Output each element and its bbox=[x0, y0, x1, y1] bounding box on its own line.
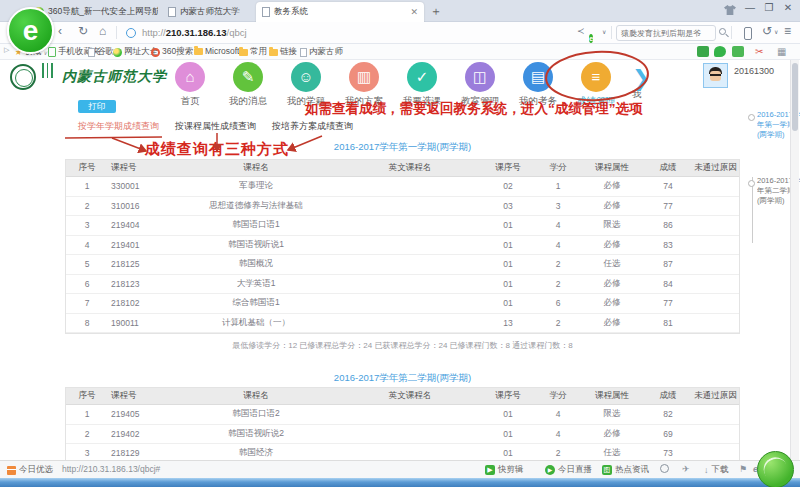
semester2-table: 序号课程号课程名英文课程名课序号学分课程属性成绩未通过原因 1219405韩国语… bbox=[65, 387, 740, 460]
browser-logo-icon[interactable]: e bbox=[589, 27, 593, 45]
table-row: 6218123大学英语1012必修84 bbox=[66, 275, 739, 295]
table-cell: 6 bbox=[536, 298, 580, 308]
tab-by-semester[interactable]: 按学年学期成绩查询 bbox=[78, 120, 159, 133]
bookmark-nmgsf[interactable]: 内蒙古师 bbox=[300, 46, 343, 58]
print-button[interactable]: 打印 bbox=[78, 100, 116, 113]
table-row: 1219405韩国语口语2014限选82 bbox=[66, 405, 739, 425]
table-cell: 必修 bbox=[580, 317, 644, 329]
accelerator-ball[interactable] bbox=[757, 451, 794, 487]
folder-icon bbox=[269, 49, 278, 56]
download-icon: ↓ bbox=[704, 465, 709, 475]
url-protocol: http:// bbox=[142, 27, 166, 38]
carousel-next-icon[interactable]: ❯ bbox=[632, 66, 650, 92]
hot-news-button[interactable]: 图热点资讯 bbox=[602, 464, 649, 476]
address-field[interactable]: http://210.31.186.13/qbcj bbox=[142, 27, 247, 38]
table-cell: 02 bbox=[480, 181, 536, 191]
expand-icon[interactable]: ▷ bbox=[4, 46, 9, 54]
table-cell: 01 bbox=[480, 409, 536, 419]
table-cell: 限选 bbox=[580, 219, 644, 231]
table-cell: 英文课程名 bbox=[340, 162, 480, 174]
table-cell: 学分 bbox=[536, 390, 580, 402]
download-button[interactable]: ↓下载 bbox=[704, 464, 729, 476]
tab-by-plan[interactable]: 按培养方案成绩查询 bbox=[272, 120, 353, 133]
university-name: 内蒙古师范大学 bbox=[62, 68, 167, 86]
bookmark-folder-microsoft[interactable]: Microsoft bbox=[194, 46, 239, 56]
table-cell: 英文课程名 bbox=[340, 390, 480, 402]
home-icon[interactable]: ⌂ bbox=[99, 24, 106, 38]
share-icon[interactable]: ≺ bbox=[577, 26, 585, 36]
table-cell: 韩国语口语2 bbox=[172, 408, 340, 420]
scrollbar-thumb[interactable] bbox=[792, 63, 798, 131]
exam-icon: ▤ bbox=[523, 62, 553, 92]
table-cell: 4 bbox=[536, 220, 580, 230]
add-ext-icon[interactable] bbox=[732, 46, 744, 57]
mongolian-script bbox=[42, 63, 53, 78]
back-icon[interactable]: ‹ bbox=[58, 24, 62, 38]
undo-icon[interactable]: ↺ bbox=[762, 24, 772, 38]
bookmark-google[interactable]: 谷歌 bbox=[88, 46, 114, 58]
table-cell: 计算机基础（一） bbox=[172, 317, 340, 329]
history-icon[interactable] bbox=[660, 464, 669, 473]
close-button[interactable]: ✕ bbox=[780, 2, 796, 13]
chevron-down-icon[interactable]: ∨ bbox=[602, 28, 606, 35]
wallet-ext-icon[interactable] bbox=[697, 46, 709, 57]
table-cell: 218102 bbox=[108, 298, 172, 308]
table-row: 3218129韩国经济012任选73 bbox=[66, 444, 739, 460]
bookmark-360search[interactable]: 360搜索 bbox=[151, 46, 193, 58]
document-icon: ▥ bbox=[349, 62, 379, 92]
minimize-button[interactable]: — bbox=[742, 2, 758, 13]
table-cell: 3 bbox=[66, 448, 108, 458]
table-cell: 序号 bbox=[66, 162, 108, 174]
table-row: 8190011计算机基础（一）132必修81 bbox=[66, 314, 739, 334]
search-icon[interactable] bbox=[719, 28, 726, 35]
daily-picks[interactable]: 今日优选 bbox=[7, 464, 53, 476]
skin-icon[interactable] bbox=[722, 5, 738, 17]
page-scrollbar[interactable] bbox=[790, 60, 799, 460]
browser-tab-jwxt[interactable]: 教务系统 ✕ bbox=[256, 2, 424, 22]
shield-ext-icon[interactable] bbox=[714, 46, 726, 57]
semester1-title: 2016-2017学年第一学期(两学期) bbox=[65, 141, 740, 154]
person-icon: ☺ bbox=[291, 62, 321, 92]
live-button[interactable]: ▶今日直播 bbox=[545, 464, 592, 476]
table-cell: 课程名 bbox=[172, 162, 340, 174]
timeline-dot bbox=[748, 114, 755, 121]
phone-icon bbox=[48, 47, 56, 57]
chevron-down-icon[interactable]: ∨ bbox=[774, 28, 778, 35]
user-id: 20161300 bbox=[734, 66, 774, 76]
flag-icon[interactable]: ⚑ bbox=[739, 464, 747, 474]
screenshot-scissors-icon[interactable]: ✂ bbox=[755, 46, 763, 57]
browser-tab-university[interactable]: 内蒙古师范大学 bbox=[162, 2, 252, 22]
bookmark-folder-changyong[interactable]: 常用 bbox=[239, 46, 267, 58]
nav-messages[interactable]: ✎ 我的消息 bbox=[220, 62, 276, 108]
table-cell: 01 bbox=[480, 279, 536, 289]
avatar[interactable] bbox=[703, 63, 728, 88]
new-tab-button[interactable]: ＋ bbox=[430, 3, 442, 20]
table-row: 7218102综合韩国语1016必修77 bbox=[66, 294, 739, 314]
table-header-row: 序号课程号课程名英文课程名课序号学分课程属性成绩未通过原因 bbox=[66, 388, 739, 405]
quick-clip-button[interactable]: ▶快剪辑 bbox=[485, 464, 524, 476]
menu-icon[interactable]: ≡ bbox=[784, 24, 791, 38]
table-cell: 韩国概况 bbox=[172, 258, 340, 270]
refresh-icon[interactable]: ↻ bbox=[78, 24, 88, 38]
semester1-table: 序号课程号课程名英文课程名课序号学分课程属性成绩未通过原因 1330001军事理… bbox=[65, 159, 740, 334]
nav-home[interactable]: ⌂ 首页 bbox=[162, 62, 218, 108]
bookmark-folder-links[interactable]: 链接 bbox=[269, 46, 297, 58]
mobile-icon[interactable] bbox=[744, 26, 752, 44]
semester1-summary: 最低修读学分：12 已修课程总学分：24 已获课程总学分：24 已修课程门数：8… bbox=[65, 340, 740, 351]
tab-close-icon[interactable]: ✕ bbox=[410, 7, 418, 17]
apps-grid-icon[interactable]: ▦ bbox=[777, 46, 786, 57]
table-cell: 限选 bbox=[580, 408, 644, 420]
table-cell: 2 bbox=[66, 201, 108, 211]
table-cell: 219401 bbox=[108, 240, 172, 250]
table-cell: 218129 bbox=[108, 448, 172, 458]
tab-by-course-attr[interactable]: 按课程属性成绩查询 bbox=[175, 120, 256, 133]
maximize-button[interactable]: ❐ bbox=[761, 2, 777, 13]
tab-label: 教务系统 bbox=[274, 6, 308, 18]
search-hotword: 猿瓞发育抗到后期是爷 bbox=[621, 28, 701, 39]
table-cell: 5 bbox=[66, 259, 108, 269]
table-cell: 未通过原因 bbox=[692, 390, 739, 402]
search-input[interactable]: 猿瓞发育抗到后期是爷 bbox=[616, 25, 716, 41]
table-cell: 3 bbox=[66, 220, 108, 230]
table-body: 1330001军事理论021必修742310016思想道德修养与法律基础033必… bbox=[66, 177, 739, 333]
boost-icon[interactable]: ✈ bbox=[682, 464, 690, 474]
